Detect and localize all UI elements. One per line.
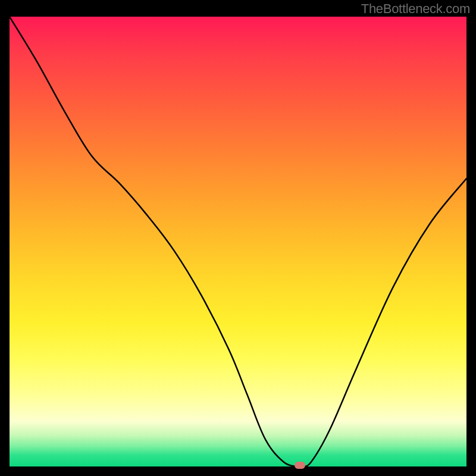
chart-container: TheBottleneck.com — [0, 0, 476, 476]
bottleneck-curve — [10, 17, 466, 466]
plot-area — [10, 17, 466, 466]
optimal-point-marker — [295, 462, 305, 469]
watermark-text: TheBottleneck.com — [361, 1, 470, 17]
